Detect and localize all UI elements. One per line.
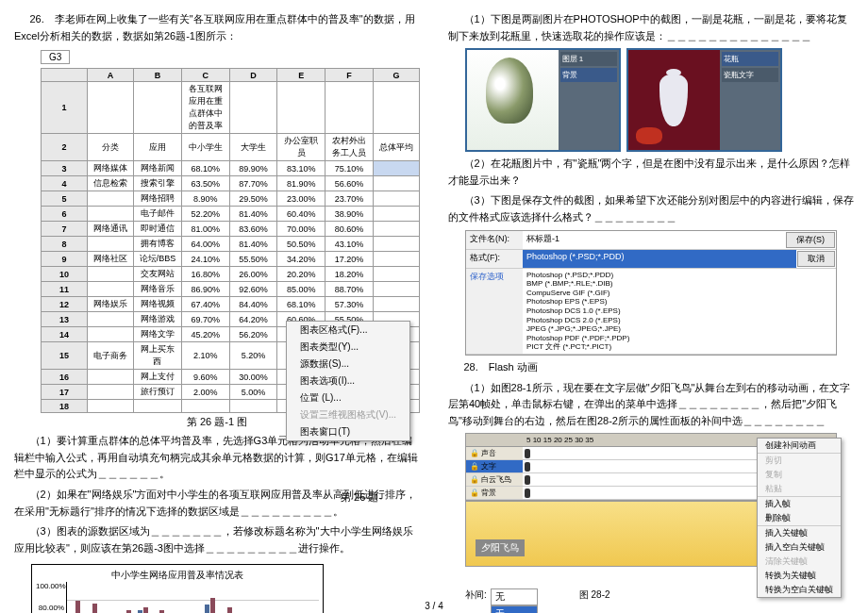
chart-yaxis: 100.00%80.00%60.00%40.00%20.00%0.00% xyxy=(36,582,66,613)
tween-dropdown-list[interactable]: 无动画形状 xyxy=(491,605,538,613)
caption-28-2: 图 28-2 xyxy=(579,588,610,602)
q26-sub3: （3）图表的源数据区域为＿＿＿＿＿＿＿，若修改标题名称为"大中小学生网络娱乐应用… xyxy=(14,523,420,556)
chart-bars xyxy=(66,582,319,613)
layers-panel-flower: 图层 1 背景 xyxy=(559,50,619,150)
bar-chart: 中小学生网络应用普及率情况表 100.00%80.00%60.00%40.00%… xyxy=(31,564,324,613)
page-number: 3 / 4 xyxy=(425,601,442,611)
q26-intro: 26. 李老师在网上收集了一些有关"各互联网应用在重点群体中的普及率"的数据，用… xyxy=(14,11,420,44)
format-label: 格式(F): xyxy=(466,250,523,268)
q28-sub1: （1）如图28-1所示，现在要在文字层做"夕阳飞鸟"从舞台左到右的移动动画，在文… xyxy=(448,380,854,430)
save-button[interactable]: 保存(S) xyxy=(786,232,835,248)
photoshop-vase-image: 花瓶 瓷瓶文字 xyxy=(626,48,782,152)
timeline-context-menu[interactable]: 创建补间动画剪切复制粘贴插入帧删除帧插入关键帧插入空白关键帧清除关键帧转换为关键… xyxy=(757,438,842,598)
flash-screenshot: 5 10 15 20 25 30 35 🔒 声音🔒 文字🔒 白云飞鸟🔒 背景 夕… xyxy=(465,433,837,567)
tween-select[interactable]: 无 xyxy=(491,588,538,605)
q28-heading: 28. Flash 动画 xyxy=(448,359,854,376)
layer-item[interactable]: 瓷瓶文字 xyxy=(722,68,778,82)
format-list[interactable]: Photoshop (*.PSD;*.PDD)BMP (*.BMP;*.RLE;… xyxy=(523,269,836,354)
filename-field[interactable]: 杯标题-1 xyxy=(523,231,785,249)
cancel-button[interactable]: 取消 xyxy=(797,251,835,267)
cell-reference-box: G3 xyxy=(41,50,70,64)
caption-28-1: 图 28-1 xyxy=(448,571,797,585)
tween-label: 补间: xyxy=(465,588,487,602)
filename-label: 文件名(N): xyxy=(466,231,523,249)
chart-context-menu[interactable]: 图表区格式(F)...图表类型(Y)...源数据(S)...图表选项(I)...… xyxy=(286,321,410,441)
stage-text-symbol[interactable]: 夕阳飞鸟 xyxy=(476,539,525,556)
layer-item-selected[interactable]: 花瓶 xyxy=(722,52,778,66)
q27-sub3: （3）下图是保存文件的截图，如果希望下次还能分别对图层中的内容进行编辑，保存的文… xyxy=(448,192,854,225)
q27-sub1: （1）下图是两副图片在PHOTOSHOP中的截图，一副是花瓶，一副是花，要将花复… xyxy=(448,11,854,44)
chart-title: 中小学生网络应用普及率情况表 xyxy=(36,569,319,582)
layer-item-selected[interactable]: 背景 xyxy=(560,68,617,82)
q27-sub2: （2）在花瓶图片中，有"瓷瓶"两个字，但是在图中没有显示出来，是什么原因？怎样才… xyxy=(448,156,854,189)
layers-panel-vase: 花瓶 瓷瓶文字 xyxy=(720,50,780,150)
save-dialog: 文件名(N):杯标题-1保存(S) 格式(F):Photoshop (*.PSD… xyxy=(465,230,837,356)
caption-26-3: 第 26 题- xyxy=(341,490,382,505)
timeline-ruler: 5 10 15 20 25 30 35 xyxy=(523,434,597,446)
save-options-label: 保存选项 xyxy=(466,269,523,354)
format-dropdown[interactable]: Photoshop (*.PSD;*.PDD) xyxy=(523,250,796,268)
layer-item[interactable]: 图层 1 xyxy=(560,52,617,66)
photoshop-flower-image: 图层 1 背景 xyxy=(465,48,621,152)
